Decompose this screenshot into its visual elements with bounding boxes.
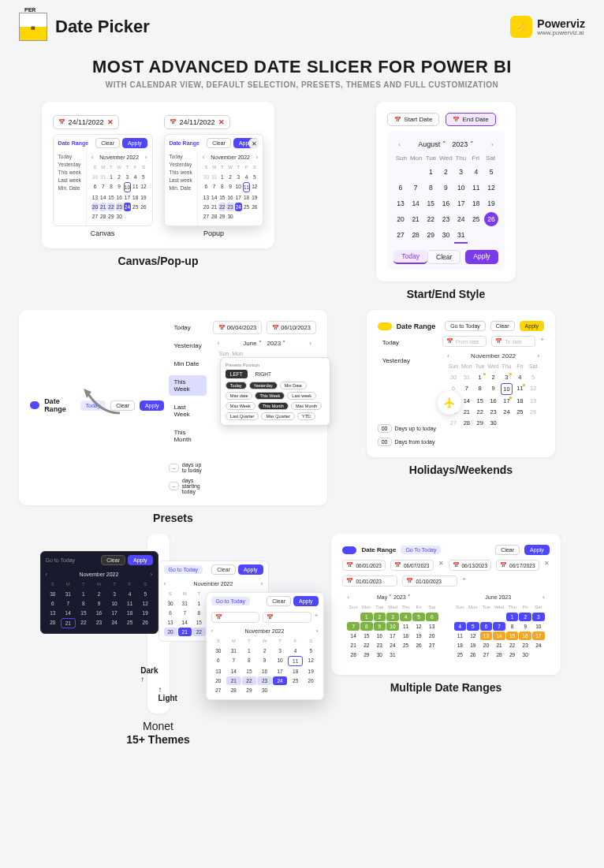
dark-label: Dark ↑ [140,666,158,684]
arrow-icon [80,386,128,417]
presets-card: Date Range Today Clear Apply Today Yeste… [19,310,327,505]
themes-card: Go to TodayClearApply ‹November 2022› SM… [147,534,170,713]
apply-button[interactable]: Apply [465,250,498,264]
date-chip[interactable]: 📅 24/11/2022 ✕ [53,115,119,129]
calendar-icon: 📅 [453,117,460,123]
toggle-icon[interactable] [378,322,392,330]
light-label: ↑ Light [158,685,177,702]
selected-day[interactable]: 26 [484,212,498,226]
today-cell[interactable]: 31 [454,228,468,244]
header: ▦ Date Picker ⚡ Powerviz www.powerviz.ai [19,13,585,41]
chevron-right-icon[interactable]: › [145,154,147,161]
product-title: Date Picker [55,17,150,37]
product-logo: ▦ Date Picker [19,13,150,41]
monet-theme: Go to TodayClearApply 📅📅+ ‹November 2022… [206,592,324,700]
calendar-icon: 📅 [58,119,65,125]
apply-button[interactable]: Apply [520,321,545,331]
presets-popover: Presets Position LEFTRIGHT Today Yesterd… [220,357,330,426]
hero-headline: MOST ADVANCED DATE SLICER FOR POWER BI [19,57,585,77]
canvas-popup-card: 📅 24/11/2022 ✕ Date Range Clear [42,102,275,248]
popup-label: Popup [164,229,264,237]
product-icon: ▦ [19,13,47,41]
holidays-card: Date Range Go to Today Clear Apply Today… [367,310,555,457]
startend-card: 📅Start Date 📅End Date ‹ August ˅ 2023 ˅ … [376,102,515,281]
lightning-icon: ⚡ [510,16,532,38]
today-button[interactable]: Today [393,250,427,264]
start-date-tab[interactable]: 📅Start Date [387,113,439,126]
apply-button[interactable]: Apply [524,545,550,555]
brand-logo: ⚡ Powerviz www.powerviz.ai [510,16,585,38]
multirange-card: Date Range Go To Today Clear Apply 📅06/0… [331,534,560,675]
preset-sidebar: Today Yesterday Min Date This Week Last … [169,321,206,494]
section-title: Holidays/Weekends [409,464,513,476]
section-title: Presets [153,512,193,524]
from-input[interactable]: 📅From date [442,336,487,347]
toggle-icon[interactable] [342,546,356,554]
canvas-label: Canvas [53,229,153,237]
chevron-right-icon[interactable]: › [491,141,494,148]
calendar-icon: 📅 [170,119,177,125]
plus-icon[interactable]: + [462,576,466,587]
section-title: Start/End Style [407,288,486,300]
clear-button[interactable]: Clear [495,545,520,555]
close-icon[interactable]: ✕ [544,560,550,571]
apply-button[interactable]: Apply [122,138,147,148]
date-chip[interactable]: 📅 24/11/2022 ✕ [164,115,230,129]
to-input[interactable]: 📅06/10/2023 [267,321,316,334]
close-icon[interactable]: ✕ [438,560,444,571]
canvas-panel: Date Range Clear Apply Today [53,134,153,226]
brand-url: www.powerviz.ai [537,29,585,36]
dark-theme: Go to TodayClearApply ‹November 2022› SM… [40,551,158,634]
clear-button[interactable]: Clear [95,138,120,148]
chevron-left-icon[interactable]: ‹ [398,141,401,148]
hero-subhead: WITH CALENDAR VIEW, DEFAULT SELECTION, P… [19,80,585,89]
section-title: Monet15+ Themes [126,720,190,747]
clear-button[interactable]: Clear [490,321,515,331]
clear-button[interactable]: Clear [207,138,231,148]
section-title: Canvas/Pop-up [118,255,199,267]
from-input[interactable]: 📅06/04/2023 [213,321,263,334]
end-date-tab[interactable]: 📅End Date [446,113,495,126]
preset-list[interactable]: Today Yesterday This week Last week Min.… [54,151,86,225]
toggle-icon[interactable] [30,401,39,409]
popup-panel: ✕ Date Range Clear Apply [164,134,264,226]
calendar: ‹ August ˅ 2023 ˅ › SunMonTueWedThuFriSa… [387,131,504,270]
to-input[interactable]: 📅To date [491,336,535,347]
apply-button[interactable]: Apply [140,400,165,411]
brand-name: Powerviz [537,18,585,29]
airplane-icon [438,391,461,415]
preset-list[interactable]: Today Yesterday This week Last week Min.… [165,151,197,225]
close-icon[interactable]: ✕ [218,118,225,126]
chevron-left-icon[interactable]: ‹ [91,154,94,161]
clear-button[interactable]: Clear [427,250,460,264]
close-icon[interactable]: ✕ [107,118,114,126]
calendar-icon: 📅 [394,117,401,123]
plus-icon[interactable]: + [540,336,544,347]
section-title: Multiple Date Ranges [390,681,502,694]
goto-button[interactable]: Go To Today [401,546,441,554]
